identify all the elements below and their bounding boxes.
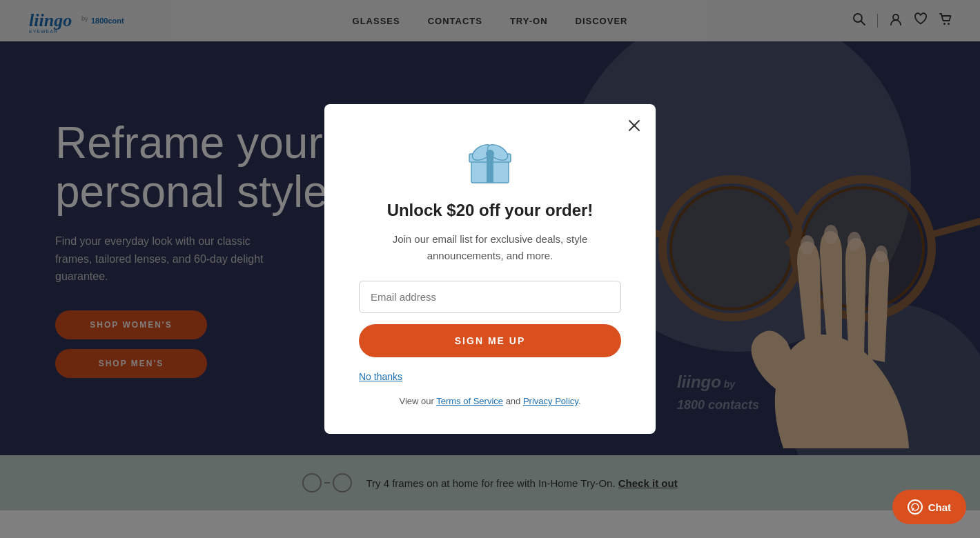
chat-label: Chat — [928, 501, 951, 513]
svg-rect-23 — [487, 159, 493, 183]
legal-prefix: View our — [399, 396, 436, 406]
gift-icon — [466, 139, 514, 187]
modal-title: Unlock $20 off your order! — [359, 201, 621, 220]
modal-subtitle: Join our email list for exclusive deals,… — [359, 231, 621, 264]
email-input[interactable] — [359, 281, 621, 313]
terms-of-service-link[interactable]: Terms of Service — [436, 396, 503, 406]
modal-legal-text: View our Terms of Service and Privacy Po… — [359, 396, 621, 406]
no-thanks-button[interactable]: No thanks — [359, 371, 402, 382]
modal-close-button[interactable] — [624, 115, 645, 136]
svg-point-28 — [486, 150, 494, 158]
close-icon — [628, 119, 640, 132]
modal-overlay[interactable]: Unlock $20 off your order! Join our emai… — [0, 0, 980, 538]
email-signup-modal: Unlock $20 off your order! Join our emai… — [324, 104, 656, 434]
legal-and: and — [503, 396, 523, 406]
sign-me-up-button[interactable]: SIGN ME UP — [359, 324, 621, 357]
chat-icon — [908, 499, 923, 515]
chat-button[interactable]: Chat — [892, 490, 966, 524]
legal-suffix: . — [578, 396, 581, 406]
privacy-policy-link[interactable]: Privacy Policy — [523, 396, 578, 406]
